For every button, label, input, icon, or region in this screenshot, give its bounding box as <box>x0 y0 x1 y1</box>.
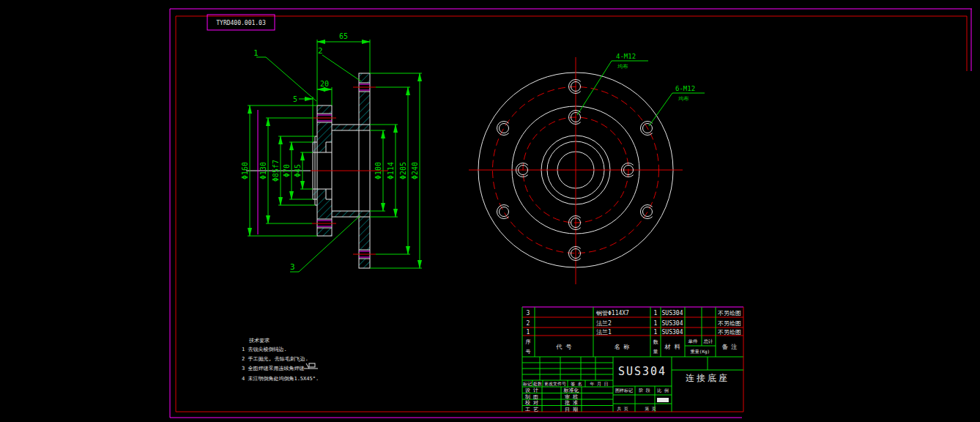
dim-dia85: Φ85f7 <box>272 160 280 182</box>
drawing-number: TYRD400.001.03 <box>216 20 266 26</box>
notes-title: 技术要求 <box>248 338 270 344</box>
dim-dia100: Φ100 <box>374 162 382 179</box>
scale-value-box <box>657 398 669 402</box>
callout-3-label: 3 <box>290 262 295 272</box>
callout-2-label: 2 <box>318 46 323 56</box>
bom-h-name: 名 称 <box>615 344 630 350</box>
callout-4m12-label: 4-M12 <box>616 53 636 60</box>
label-sheet-total: 共 页 <box>617 406 628 411</box>
side-view-callouts: 1 2 3 <box>253 46 361 272</box>
bom-r1-material: SUS304 <box>662 320 683 327</box>
bom-r2-material: SUS304 <box>662 329 683 336</box>
label-stage: 阶 段 <box>639 388 650 393</box>
bom-row: 3 钢管Φ114X7 1 SUS304 不另绘图 <box>527 310 741 316</box>
dim-dia114: Φ114 <box>387 162 395 179</box>
label-check: 校 对 <box>524 400 538 406</box>
bom-h-remark: 备 注 <box>722 344 738 350</box>
bom-r1-seq: 2 <box>527 320 530 327</box>
dim-dia160: Φ160 <box>241 162 249 179</box>
dim-dia130: Φ130 <box>259 162 267 179</box>
revision-strip: 标记 处数 更改文件号 签 名 年 月 日 <box>522 381 609 387</box>
label-approve: 批 准 <box>565 400 578 406</box>
bom-r0-remark: 不另绘图 <box>718 310 741 316</box>
bom-h-weight: 重量(Kg) <box>690 349 710 355</box>
label-process: 工 艺 <box>525 407 538 412</box>
dim-dia240: Φ240 <box>411 162 419 179</box>
side-view-dimensions-right: Φ100 Φ114 Φ205 Φ240 <box>370 73 422 268</box>
bom-row: 2 法兰2 1 SUS304 不另绘图 <box>527 320 741 327</box>
cad-drawing-canvas: TYRD400.001.03 <box>0 0 980 422</box>
drawing-number-box: TYRD400.001.03 <box>207 15 275 30</box>
bom-h-total: 总计 <box>703 338 714 344</box>
label-draw: 制 图 <box>524 394 538 400</box>
bom-r2-remark: 不另绘图 <box>718 329 741 336</box>
bom-r1-qty: 1 <box>654 320 658 327</box>
strip-docno: 更改文件号 <box>544 381 566 386</box>
stamp-area: 图样标记 阶 段 比 例 共 页 第 页 <box>615 388 669 411</box>
bom-h-seq-top: 序 <box>526 339 531 345</box>
label-audit: 审 核 <box>565 394 578 400</box>
front-view: 4-M12 均布 6-M12 均布 <box>469 53 705 284</box>
side-section-view: Φ160 Φ130 Φ85f7 Φ70 Φ45 Φ100 <box>241 32 422 272</box>
callout-4m12-note: 均布 <box>617 64 628 70</box>
bom-r0-seq: 3 <box>527 310 530 316</box>
bom-r0-qty: 1 <box>654 310 658 316</box>
bom-r2-seq: 1 <box>527 329 530 336</box>
bom-r2-name: 法兰1 <box>596 329 612 336</box>
callout-6m12-label: 6-M12 <box>675 85 695 92</box>
bom-r0-name: 钢管Φ114X7 <box>595 310 629 316</box>
part-name-label: 连接底座 <box>686 373 730 383</box>
bom-header: 序 号 代 号 名 称 数 量 材 料 单件 总计 重量(Kg) 备 注 <box>526 338 738 355</box>
strip-count: 处数 <box>532 381 542 387</box>
bom-row: 1 法兰1 1 SUS304 不另绘图 <box>527 329 741 336</box>
note-line-1: 1 去锐尖棱倒钝边. <box>242 347 287 352</box>
label-drawing-mark: 图样标记 <box>615 388 633 393</box>
label-standardize: 标准化 <box>563 388 579 393</box>
dim-dia45: Φ45 <box>294 164 302 177</box>
callout-4m12: 4-M12 均布 <box>577 53 648 115</box>
callout-1-label: 1 <box>253 48 259 58</box>
bom-h-qty-bottom: 量 <box>653 349 658 355</box>
note-line-2: 2 手工抛光, 去除毛刺飞边. <box>242 356 308 362</box>
bom-r2-qty: 1 <box>654 329 658 336</box>
note-line-3: 3 全图焊缝采用连续角焊缝 <box>242 366 304 371</box>
callout-6m12: 6-M12 均布 <box>649 85 705 126</box>
strip-mark: 标记 <box>522 381 532 387</box>
dim-dia70: Φ70 <box>283 164 291 177</box>
bom-h-code: 代 号 <box>556 344 572 350</box>
bom-r1-remark: 不另绘图 <box>718 320 741 327</box>
bom-h-material: 材 料 <box>664 344 680 350</box>
title-block: 标记 处数 更改文件号 签 名 年 月 日 设 计 制 图 校 对 工 艺 标准… <box>522 357 743 412</box>
bom-h-qty-top: 数 <box>653 339 659 345</box>
label-sheet-no: 第 页 <box>645 406 656 411</box>
bom-r0-material: SUS304 <box>662 310 683 316</box>
bom-h-unit: 单件 <box>688 338 699 344</box>
dim-5: 5 <box>293 95 297 103</box>
dim-65: 65 <box>339 32 348 40</box>
strip-date: 年 月 日 <box>590 381 608 387</box>
signature-labels: 设 计 制 图 校 对 工 艺 标准化 审 核 批 准 日 期 <box>524 388 579 412</box>
technical-notes: 技术要求 1 去锐尖棱倒钝边. 2 手工抛光, 去除毛刺飞边. 3 全图焊缝采用… <box>242 338 319 382</box>
label-design: 设 计 <box>525 388 538 393</box>
weld-symbol-icon <box>304 363 318 369</box>
note-line-4: 4 未注明倒角处均倒角1.5X45°. <box>242 375 319 382</box>
dim-dia205: Φ205 <box>399 162 407 179</box>
dim-20: 20 <box>320 80 329 88</box>
bom-table: 序 号 代 号 名 称 数 量 材 料 单件 总计 重量(Kg) 备 注 3 钢… <box>522 307 743 412</box>
material-label: SUS304 <box>618 365 667 378</box>
strip-sign: 签 名 <box>571 381 582 387</box>
bom-r1-name: 法兰2 <box>596 320 612 327</box>
bom-h-seq-bottom: 号 <box>526 349 531 355</box>
label-scale: 比 例 <box>657 388 669 393</box>
engineering-drawing: TYRD400.001.03 <box>0 0 980 422</box>
callout-6m12-note: 均布 <box>678 96 689 102</box>
label-date: 日 期 <box>565 407 578 412</box>
